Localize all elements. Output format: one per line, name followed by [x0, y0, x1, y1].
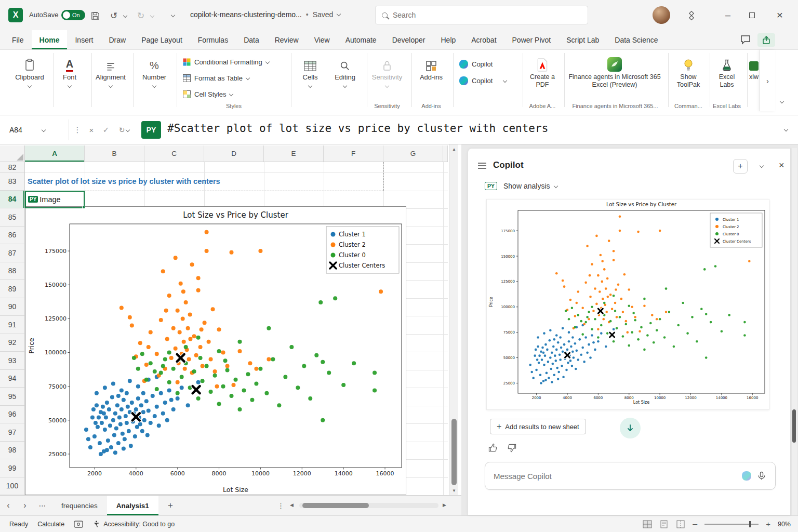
hamburger-menu-icon[interactable]: [477, 162, 487, 171]
selected-cell-a84[interactable]: PY Image: [25, 191, 85, 209]
conditional-formatting-button[interactable]: Conditional Formatting: [183, 55, 269, 69]
normal-view-icon[interactable]: [643, 520, 652, 528]
fill-handle[interactable]: [82, 206, 85, 209]
ribbon-tab-view[interactable]: View: [307, 30, 338, 49]
ribbon-tab-review[interactable]: Review: [267, 30, 307, 49]
xlwings-button[interactable]: xlw: [748, 54, 760, 81]
row-header-84[interactable]: 84: [0, 191, 24, 209]
undo-button[interactable]: ↺: [107, 9, 121, 22]
column-header-partial[interactable]: [443, 145, 448, 162]
copilot-button-1[interactable]: Copilot: [459, 57, 493, 71]
sheet-list-menu[interactable]: ⋯: [33, 501, 52, 510]
autosave-toggle[interactable]: On: [61, 10, 85, 20]
search-bar[interactable]: [375, 6, 588, 24]
alignment-button[interactable]: Alignment: [95, 54, 127, 89]
ribbon-tab-acrobat[interactable]: Acrobat: [463, 30, 504, 49]
ribbon-tab-help[interactable]: Help: [433, 30, 463, 49]
share-button[interactable]: [757, 33, 775, 47]
formula-input[interactable]: #Scatter plot of lot size vs price by cl…: [167, 122, 548, 135]
page-layout-view-icon[interactable]: [659, 520, 669, 528]
row-header-83[interactable]: 83: [0, 172, 24, 191]
excel-labs-button[interactable]: Excel Labs: [713, 54, 741, 89]
row-header-95[interactable]: 95: [0, 388, 24, 406]
select-all-corner[interactable]: [0, 145, 25, 162]
close-button[interactable]: ×: [768, 0, 792, 30]
copilot-icon[interactable]: [742, 471, 751, 481]
row-header-99[interactable]: 99: [0, 459, 24, 477]
analysis-chart-card[interactable]: 2000400060008000100001200014000160002500…: [486, 199, 769, 410]
copilot-message-box[interactable]: [485, 462, 776, 490]
drag-dots-icon[interactable]: ⋮: [73, 123, 82, 137]
ribbon-tab-developer[interactable]: Developer: [384, 30, 433, 49]
zoom-level[interactable]: 90%: [778, 521, 791, 528]
ribbon-tab-power-pivot[interactable]: Power Pivot: [504, 30, 559, 49]
row-header-97[interactable]: 97: [0, 423, 24, 442]
thumbs-down-icon[interactable]: [507, 443, 517, 453]
clipboard-button[interactable]: Clipboard: [13, 54, 46, 89]
copilot-button-2[interactable]: Copilot: [459, 74, 507, 87]
macro-record-icon[interactable]: [74, 521, 83, 528]
panel-scrollbar[interactable]: [792, 148, 797, 515]
add-sheet-button[interactable]: +: [158, 500, 182, 511]
prev-sheet-arrow[interactable]: ‹: [0, 501, 17, 510]
column-header-a[interactable]: A: [25, 145, 85, 162]
row-header-100[interactable]: 100: [0, 477, 24, 496]
format-as-table-button[interactable]: Format as Table: [183, 71, 249, 85]
row-header-88[interactable]: 88: [0, 262, 24, 281]
sheet-tab-analysis1[interactable]: Analysis1: [107, 496, 158, 515]
m365-badge-icon[interactable]: [685, 9, 698, 22]
zoom-in-button[interactable]: +: [766, 520, 770, 528]
font-button[interactable]: A Font: [55, 54, 84, 89]
ribbon-overflow-button[interactable]: ›: [760, 50, 775, 111]
thumbs-up-icon[interactable]: [488, 443, 498, 453]
ribbon-tab-formulas[interactable]: Formulas: [190, 30, 236, 49]
cells-button[interactable]: Cells: [295, 54, 325, 89]
name-box[interactable]: A84: [5, 123, 61, 137]
row-header-82[interactable]: 82: [0, 162, 24, 172]
column-header-e[interactable]: E: [264, 145, 324, 162]
panel-scroll-thumb[interactable]: [792, 409, 796, 443]
zoom-slider-thumb[interactable]: [749, 521, 751, 527]
create-pdf-button[interactable]: Create a PDF: [527, 54, 558, 89]
column-header-c[interactable]: C: [144, 145, 204, 162]
column-header-g[interactable]: G: [383, 145, 443, 162]
close-panel-icon[interactable]: ×: [779, 160, 784, 171]
row-header-90[interactable]: 90: [0, 298, 24, 316]
horizontal-scrollbar[interactable]: [299, 503, 438, 508]
ribbon-tab-data-science[interactable]: Data Science: [607, 30, 666, 49]
column-header-f[interactable]: F: [324, 145, 383, 162]
insert-function-icon[interactable]: ↻: [115, 123, 133, 137]
cell-a83-text[interactable]: Scatter plot of lot size vs price by clu…: [28, 172, 220, 191]
column-header-d[interactable]: D: [204, 145, 264, 162]
ribbon-tab-insert[interactable]: Insert: [67, 30, 101, 49]
column-header-b[interactable]: B: [85, 145, 144, 162]
row-header-85[interactable]: 85: [0, 208, 24, 227]
number-button[interactable]: % Number: [138, 54, 170, 89]
expand-formula-bar-chevron-icon[interactable]: [784, 127, 788, 131]
scroll-down-arrow[interactable]: ▼: [449, 486, 459, 495]
editing-button[interactable]: Editing: [329, 54, 361, 89]
minimize-button[interactable]: –: [716, 0, 740, 30]
row-header-87[interactable]: 87: [0, 244, 24, 262]
search-input[interactable]: [393, 11, 581, 19]
undo-chevron-icon[interactable]: [123, 14, 127, 18]
row-header-94[interactable]: 94: [0, 370, 24, 388]
collapse-panel-chevron-icon[interactable]: [760, 164, 764, 168]
calculate-status[interactable]: Calculate: [37, 521, 64, 528]
row-header-98[interactable]: 98: [0, 442, 24, 460]
cancel-icon[interactable]: ×: [85, 123, 98, 137]
ribbon-tab-draw[interactable]: Draw: [101, 30, 134, 49]
scroll-up-arrow[interactable]: ▲: [449, 144, 459, 154]
row-header-91[interactable]: 91: [0, 316, 24, 334]
row-header-92[interactable]: 92: [0, 334, 24, 352]
excel-logo-icon[interactable]: X: [8, 8, 23, 22]
horizontal-scroll-thumb[interactable]: [302, 503, 369, 508]
vertical-scroll-thumb[interactable]: [451, 419, 457, 485]
accessibility-status[interactable]: Accessibility: Good to go: [92, 520, 175, 528]
microphone-icon[interactable]: [756, 471, 767, 481]
ribbon-tab-file[interactable]: File: [4, 30, 32, 49]
h-scroll-left-arrow[interactable]: ◀: [290, 502, 294, 508]
zoom-out-button[interactable]: –: [693, 520, 697, 529]
comments-icon[interactable]: [740, 34, 751, 46]
add-ins-button[interactable]: Add-ins: [416, 54, 447, 81]
